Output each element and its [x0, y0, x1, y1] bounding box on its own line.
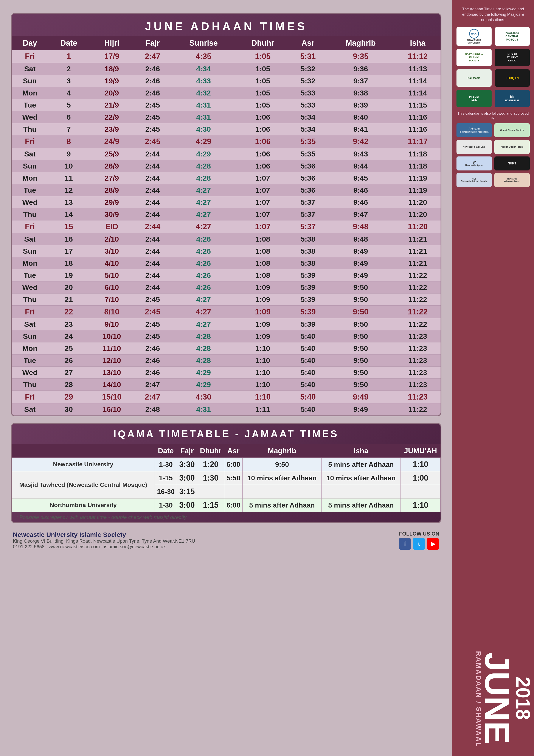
cell-sunrise: 4:28 — [171, 342, 236, 355]
cell-maghrib: 9:50 — [326, 318, 395, 330]
cell-dhuhr: 1:07 — [236, 172, 290, 184]
table-row: Fri2915/102:474:301:105:409:4911:23 — [12, 391, 441, 403]
cell-dhuhr: 1:07 — [236, 221, 290, 233]
cell-date: 22 — [48, 306, 89, 318]
iqama-cell — [224, 485, 242, 499]
cell-isha: 11:21 — [395, 245, 441, 257]
cell-fajr: 2:44 — [134, 148, 171, 160]
cell-asr: 5:40 — [290, 403, 326, 416]
cell-hijri: 26/9 — [89, 160, 134, 172]
cell-asr: 5:38 — [290, 245, 326, 257]
cell-sunrise: 4:27 — [171, 196, 236, 208]
table-row: Sat239/102:454:271:095:399:5011:22 — [12, 318, 441, 330]
cell-date: 10 — [48, 160, 89, 172]
youtube-icon[interactable]: ▶ — [427, 538, 439, 550]
cell-dhuhr: 1:06 — [236, 123, 290, 135]
iqama-cell — [400, 485, 440, 499]
cell-hijri: 2/10 — [89, 233, 134, 245]
iqama-note: * Possible discrepency with jamaat time … — [12, 512, 441, 523]
iqama-cell: 3:00 — [177, 471, 197, 485]
cell-hijri: 22/9 — [89, 111, 134, 123]
cell-isha: 11:21 — [395, 233, 441, 245]
nls-box: NLSNewcastle Libyan Society — [456, 173, 492, 187]
cell-date: 13 — [48, 196, 89, 208]
cell-date: 23 — [48, 318, 89, 330]
iqama-cell: 1:15 — [197, 499, 224, 512]
ncm-logo: newcastleCENTRALMOSQUE — [506, 31, 519, 41]
cell-date: 14 — [48, 208, 89, 221]
table-row: Tue521/92:454:311:055:339:3911:15 — [12, 99, 441, 111]
cell-day: Wed — [12, 282, 48, 293]
table-row: Sat925/92:444:291:065:359:4311:18 — [12, 148, 441, 160]
cell-dhuhr: 1:11 — [236, 403, 290, 416]
cell-maghrib: 9:50 — [326, 342, 395, 355]
cell-hijri: 30/9 — [89, 208, 134, 221]
iqama-mosque-name: Masjid Tawheed (Newcastle Central Mosque… — [12, 471, 155, 499]
cell-hijri: 5/10 — [89, 269, 134, 282]
cell-sunrise: 4:26 — [171, 233, 236, 245]
iqama-col-header: Asr — [224, 444, 242, 458]
iqama-cell: 3:30 — [177, 458, 197, 471]
timetable-title: JUNE ADHAAN TIMES — [12, 14, 441, 36]
nsc-box: Newcastle Saudi Club — [456, 140, 492, 154]
cell-day: Mon — [12, 172, 48, 184]
cell-fajr: 2:44 — [134, 282, 171, 293]
footer-right: FOLLOW US ON f t ▶ — [399, 531, 439, 550]
table-row: Sat3016/102:484:311:115:409:4911:22 — [12, 403, 441, 416]
twitter-icon[interactable]: t — [413, 538, 425, 550]
iqama-mosque-name: Northumbria University — [12, 499, 155, 512]
org-name: Newcastle University Islamic Society — [13, 531, 195, 538]
cell-dhuhr: 1:10 — [236, 379, 290, 391]
cell-sunrise: 4:31 — [171, 403, 236, 416]
cell-asr: 5:36 — [290, 160, 326, 172]
cell-isha: 11:21 — [395, 257, 441, 269]
col-asr: Asr — [290, 36, 326, 50]
cell-fajr: 2:47 — [134, 50, 171, 63]
cell-sunrise: 4:28 — [171, 160, 236, 172]
isoc-label: NEWCASTLEUNIVERSITY — [467, 39, 481, 44]
endorsed-orgs-grid: ISOC NEWCASTLEUNIVERSITY newcastleCENTRA… — [456, 27, 530, 107]
cell-isha: 11:22 — [395, 403, 441, 416]
cell-sunrise: 4:30 — [171, 391, 236, 403]
cell-day: Fri — [12, 221, 48, 233]
iqama-cell: 1:20 — [197, 458, 224, 471]
cell-hijri: 9/10 — [89, 318, 134, 330]
cell-hijri: EID — [89, 221, 134, 233]
cell-asr: 5:33 — [290, 99, 326, 111]
cell-fajr: 2:44 — [134, 269, 171, 282]
cell-day: Sat — [12, 148, 48, 160]
cell-isha: 11:22 — [395, 269, 441, 282]
cell-hijri: 12/10 — [89, 355, 134, 366]
cell-day: Mon — [12, 342, 48, 355]
iqama-cell: 1:00 — [400, 471, 440, 485]
cell-maghrib: 9:49 — [326, 245, 395, 257]
iqama-cell — [242, 485, 321, 499]
cell-fajr: 2:45 — [134, 293, 171, 306]
facebook-icon[interactable]: f — [399, 538, 411, 550]
cell-day: Sat — [12, 318, 48, 330]
cell-asr: 5:39 — [290, 282, 326, 293]
cell-fajr: 2:46 — [134, 63, 171, 75]
iqama-table: DateFajrDhuhrAsrMaghribIshaJUMU'AH Newca… — [12, 444, 441, 512]
cell-day: Thu — [12, 293, 48, 306]
cell-sunrise: 4:28 — [171, 330, 236, 342]
cell-asr: 5:37 — [290, 208, 326, 221]
cell-isha: 11:22 — [395, 318, 441, 330]
cell-dhuhr: 1:09 — [236, 293, 290, 306]
iqama-row: Newcastle University1-303:301:206:009:50… — [12, 458, 441, 471]
cell-date: 1 — [48, 50, 89, 63]
isoc-logo-box: ISOC NEWCASTLEUNIVERSITY — [456, 27, 492, 46]
table-row: Mon420/92:464:321:055:339:3811:14 — [12, 87, 441, 99]
iqama-cell: 6:00 — [224, 458, 242, 471]
cell-isha: 11:23 — [395, 355, 441, 366]
cell-isha: 11:22 — [395, 282, 441, 293]
cell-date: 17 — [48, 245, 89, 257]
iqama-cell — [321, 485, 400, 499]
cell-sunrise: 4:27 — [171, 208, 236, 221]
cell-fajr: 2:46 — [134, 366, 171, 379]
cell-day: Sat — [12, 63, 48, 75]
iqama-cell: 1-15 — [155, 471, 177, 485]
cell-fajr: 2:44 — [134, 184, 171, 196]
cell-sunrise: 4:35 — [171, 50, 236, 63]
cell-isha: 11:23 — [395, 379, 441, 391]
